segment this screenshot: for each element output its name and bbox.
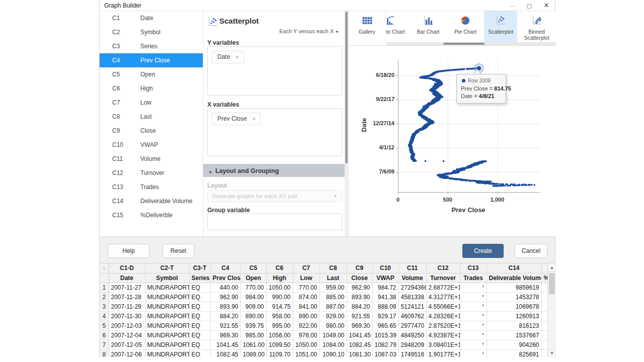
table-cell[interactable]: * xyxy=(460,349,487,357)
table-cell[interactable]: 770.00 xyxy=(240,283,266,292)
table-cell[interactable]: EQ xyxy=(189,283,210,292)
table-cell[interactable]: 887.00 xyxy=(319,302,347,311)
row-number[interactable]: 7 xyxy=(100,340,109,349)
table-cell[interactable]: 4.28326E+14 xyxy=(426,311,460,321)
table-cell[interactable]: 2007-12-03 xyxy=(109,321,145,330)
table-cell[interactable]: 914.75 xyxy=(266,302,293,311)
table-cell[interactable]: 995.00 xyxy=(266,321,293,330)
table-cell[interactable]: 3.08401E+14 xyxy=(426,340,460,349)
column-item-c13[interactable]: C13Trades xyxy=(100,180,203,194)
table-cell[interactable]: 1537667 xyxy=(487,330,541,340)
row-number[interactable]: 6 xyxy=(100,330,109,340)
table-cell[interactable] xyxy=(541,321,547,330)
column-name-header[interactable]: VWAP xyxy=(372,273,398,283)
table-cell[interactable]: 893.90 xyxy=(210,302,240,311)
column-item-c4[interactable]: C4Prev Close xyxy=(100,53,203,67)
table-cell[interactable]: 888.09 xyxy=(372,302,398,311)
table-cell[interactable]: MUNDRAPORT xyxy=(145,321,189,330)
corner-arrow-icon[interactable]: ↓ xyxy=(100,263,109,273)
table-cell[interactable]: 969.30 xyxy=(347,321,372,330)
table-cell[interactable] xyxy=(541,340,547,349)
table-cell[interactable]: 841.00 xyxy=(293,302,319,311)
table-cell[interactable]: 2007-12-06 xyxy=(109,349,145,357)
table-cell[interactable]: 1015.39 xyxy=(372,330,398,340)
chip-remove-icon[interactable]: ✕ xyxy=(252,116,256,122)
variable-chip[interactable]: Date✕ xyxy=(212,51,244,63)
column-item-c7[interactable]: C7Low xyxy=(100,96,203,110)
table-cell[interactable]: 904260 xyxy=(487,340,541,349)
table-cell[interactable]: 941.38 xyxy=(372,292,398,302)
table-cell[interactable]: 1749516 xyxy=(398,349,426,357)
table-cell[interactable]: MUNDRAPORT xyxy=(145,311,189,321)
table-cell[interactable]: 816123 xyxy=(487,321,541,330)
table-cell[interactable]: 2007-11-30 xyxy=(109,311,145,321)
table-cell[interactable]: 2848209 xyxy=(398,340,426,349)
table-cell[interactable]: 1099.50 xyxy=(266,340,293,349)
gallery-item-bar-chart[interactable]: Bar Chart xyxy=(410,11,447,42)
variable-chip[interactable]: Prev Close✕ xyxy=(212,113,261,125)
table-cell[interactable]: 958.00 xyxy=(266,311,293,321)
table-cell[interactable]: 2007-11-27 xyxy=(109,283,145,292)
table-cell[interactable]: * xyxy=(460,302,487,311)
column-item-c1[interactable]: C1Date xyxy=(100,11,203,25)
table-cell[interactable]: 4581338 xyxy=(398,292,426,302)
column-item-c11[interactable]: C11Volume xyxy=(100,152,203,166)
table-cell[interactable]: EQ xyxy=(189,340,210,349)
column-name-header[interactable]: Last xyxy=(319,273,347,283)
table-cell[interactable]: 4609762 xyxy=(398,311,426,321)
column-item-c2[interactable]: C2Symbol xyxy=(100,25,203,39)
column-name-header[interactable]: Low xyxy=(293,273,319,283)
table-cell[interactable]: 1056.00 xyxy=(266,330,293,340)
column-name-header[interactable]: %D xyxy=(541,273,547,283)
table-cell[interactable]: 884.20 xyxy=(210,311,240,321)
table-cell[interactable]: 2007-12-04 xyxy=(109,330,145,340)
table-cell[interactable]: * xyxy=(460,283,487,292)
table-cell[interactable] xyxy=(541,330,547,340)
settings-scrollbar[interactable] xyxy=(345,11,348,236)
table-cell[interactable]: 770.00 xyxy=(293,283,319,292)
table-cell[interactable]: 893.90 xyxy=(347,292,372,302)
table-cell[interactable]: 980.00 xyxy=(319,321,347,330)
table-cell[interactable] xyxy=(541,302,547,311)
row-number[interactable]: 2 xyxy=(100,292,109,302)
table-cell[interactable]: 1087.03 xyxy=(372,349,398,357)
column-name-header[interactable]: Symbol xyxy=(145,273,189,283)
help-button[interactable]: Help xyxy=(108,244,149,258)
table-cell[interactable]: EQ xyxy=(189,349,210,357)
table-cell[interactable]: 1050.00 xyxy=(293,340,319,349)
table-cell[interactable]: 976.00 xyxy=(293,330,319,340)
column-id-header[interactable]: C11 xyxy=(398,263,426,273)
table-cell[interactable]: 1082.45 xyxy=(210,349,240,357)
table-cell[interactable]: EQ xyxy=(189,311,210,321)
table-cell[interactable]: * xyxy=(460,340,487,349)
table-scrollbar[interactable]: ▲ ▼ xyxy=(547,263,556,357)
table-cell[interactable]: 984.00 xyxy=(240,292,266,302)
table-cell[interactable]: * xyxy=(460,330,487,340)
table-cell[interactable]: 1051.00 xyxy=(293,349,319,357)
table-cell[interactable]: 2007-11-28 xyxy=(109,292,145,302)
table-cell[interactable]: 1260913 xyxy=(487,311,541,321)
table-cell[interactable]: 962.90 xyxy=(347,283,372,292)
cancel-button[interactable]: Cancel xyxy=(515,244,547,258)
column-item-c8[interactable]: C8Last xyxy=(100,110,203,124)
table-cell[interactable]: MUNDRAPORT xyxy=(145,330,189,340)
table-cell[interactable]: MUNDRAPORT xyxy=(145,340,189,349)
table-cell[interactable]: * xyxy=(460,311,487,321)
table-cell[interactable]: MUNDRAPORT xyxy=(145,283,189,292)
column-name-header[interactable]: Close xyxy=(347,273,372,283)
table-cell[interactable] xyxy=(541,283,547,292)
minimize-icon[interactable]: — xyxy=(504,0,521,11)
column-item-c3[interactable]: C3Series xyxy=(100,39,203,53)
table-cell[interactable]: 1069678 xyxy=(487,302,541,311)
table-cell[interactable]: 1089.00 xyxy=(240,349,266,357)
table-cell[interactable]: EQ xyxy=(189,292,210,302)
layout-select[interactable]: Separate graphs for each XY pair ▼ xyxy=(207,190,342,202)
table-cell[interactable]: EQ xyxy=(189,321,210,330)
table-cell[interactable]: 1082.79 xyxy=(372,340,398,349)
table-cell[interactable]: 1.90177E+14 xyxy=(426,349,460,357)
table-cell[interactable]: 1041.45 xyxy=(347,330,372,340)
chip-remove-icon[interactable]: ✕ xyxy=(235,54,239,60)
column-name-header[interactable]: Series xyxy=(189,273,210,283)
row-number[interactable]: 5 xyxy=(100,321,109,330)
column-name-header[interactable]: Prev Close xyxy=(210,273,240,283)
